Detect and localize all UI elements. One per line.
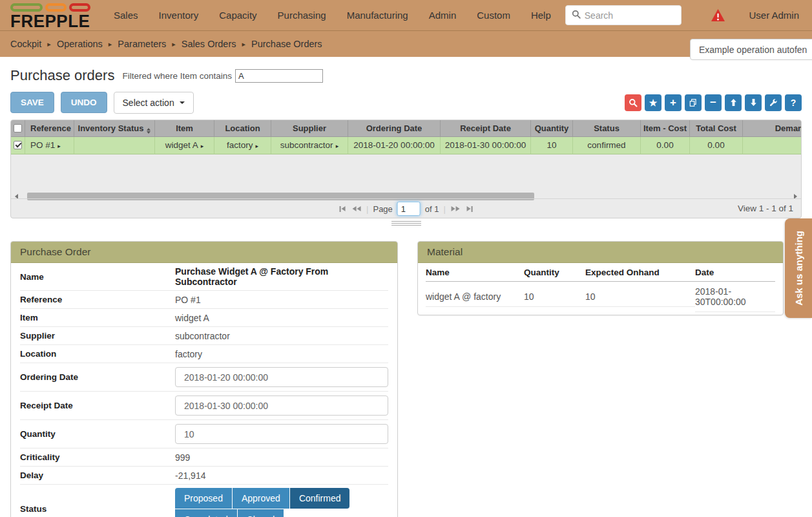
table-row[interactable]: PO #1▸ widget A▸ factory▸ subcontractor▸… <box>11 137 801 154</box>
cell-receipt-date[interactable]: 2018-01-30 00:00:00 <box>441 137 531 154</box>
save-button[interactable]: SAVE <box>10 92 54 113</box>
menu-sales[interactable]: Sales <box>114 10 138 21</box>
download-button[interactable] <box>745 94 762 111</box>
first-page-button[interactable] <box>338 205 346 213</box>
context-menu-arrow-icon[interactable]: ▸ <box>255 143 258 149</box>
field-value-delay: -21,914 <box>175 470 205 481</box>
material-expected-onhand: 10 <box>585 287 695 307</box>
cell-quantity[interactable]: 10 <box>531 137 573 154</box>
material-header-row: Name Quantity Expected Onhand Date <box>426 263 775 282</box>
delete-row-button[interactable]: − <box>705 94 722 111</box>
status-proposed-button[interactable]: Proposed <box>175 488 232 509</box>
breadcrumb-sales-orders[interactable]: Sales Orders <box>182 39 236 49</box>
search-filter-button[interactable] <box>625 94 641 111</box>
context-menu-arrow-icon[interactable]: ▸ <box>201 143 204 149</box>
col-header-reference[interactable]: Reference <box>25 120 74 137</box>
status-approved-button[interactable]: Approved <box>233 488 289 509</box>
material-panel-title: Material <box>418 242 783 263</box>
copy-button[interactable] <box>685 94 702 111</box>
col-header-receipt-date[interactable]: Receipt Date <box>441 120 531 137</box>
menu-capacity[interactable]: Capacity <box>219 10 256 21</box>
menu-admin[interactable]: Admin <box>429 10 457 21</box>
context-menu-arrow-icon[interactable]: ▸ <box>336 143 339 149</box>
tooltip-example-operation: Example operation autofen <box>690 39 812 60</box>
favorites-button[interactable]: ★ <box>645 94 661 111</box>
frepple-logo-shapes-icon <box>10 3 90 12</box>
cell-status[interactable]: confirmed <box>573 137 641 154</box>
global-search-box[interactable] <box>565 5 682 25</box>
col-header-location[interactable]: Location <box>214 120 271 137</box>
last-page-button[interactable] <box>466 205 474 213</box>
purchase-order-panel-title: Purchase Order <box>11 242 397 263</box>
status-confirmed-button[interactable]: Confirmed <box>290 488 350 509</box>
cell-supplier[interactable]: subcontractor▸ <box>271 137 348 154</box>
breadcrumb-arrow-icon: ▸ <box>242 40 245 48</box>
breadcrumb-operations[interactable]: Operations <box>57 39 103 49</box>
warning-icon[interactable] <box>711 8 725 22</box>
breadcrumb: Cockpit ▸ Operations ▸ Parameters ▸ Sale… <box>0 30 812 57</box>
filter-value-input[interactable] <box>235 69 323 83</box>
cell-item[interactable]: widget A▸ <box>155 137 214 154</box>
menu-purchasing[interactable]: Purchasing <box>278 10 326 21</box>
select-all-checkbox[interactable] <box>14 124 22 132</box>
panel-resize-handle[interactable] <box>391 221 421 226</box>
search-input[interactable] <box>585 10 669 21</box>
material-col-name: Name <box>426 263 524 281</box>
status-closed-button[interactable]: Closed <box>238 509 284 517</box>
cell-ordering-date[interactable]: 2018-01-20 00:00:00 <box>348 137 441 154</box>
col-header-status[interactable]: Status <box>573 120 641 137</box>
col-header-demand[interactable]: Demand <box>743 120 801 137</box>
field-value-item: widget A <box>175 313 209 323</box>
prev-page-button[interactable] <box>351 205 362 213</box>
row-checkbox[interactable] <box>14 141 22 149</box>
menu-inventory[interactable]: Inventory <box>159 10 199 21</box>
breadcrumb-cockpit[interactable]: Cockpit <box>10 39 41 49</box>
field-row-supplier: Supplier subcontractor <box>20 327 388 345</box>
page-label: Page <box>373 204 392 214</box>
cell-location[interactable]: factory▸ <box>214 137 271 154</box>
breadcrumb-purchase-orders[interactable]: Purchase Orders <box>251 39 322 49</box>
col-header-total-cost[interactable]: Total Cost <box>690 120 743 137</box>
logo-text: FREPPLE <box>10 12 90 30</box>
page-of-label: of 1 <box>425 204 439 214</box>
cell-total-cost: 0.00 <box>690 137 743 154</box>
ask-tab-label: Ask us anything <box>793 231 804 306</box>
menu-help[interactable]: Help <box>531 10 551 21</box>
field-row-name: Name Purchase Widget A @ Factory From Su… <box>20 263 388 291</box>
cell-inventory-status <box>74 137 155 154</box>
search-icon <box>572 10 581 21</box>
upload-button[interactable] <box>725 94 742 111</box>
field-row-location: Location factory <box>20 345 388 363</box>
col-header-inventory-status[interactable]: Inventory Status <box>74 120 155 137</box>
undo-button[interactable]: UNDO <box>61 92 107 113</box>
menu-manufacturing[interactable]: Manufacturing <box>347 10 408 21</box>
menu-custom[interactable]: Custom <box>477 10 510 21</box>
col-header-quantity[interactable]: Quantity <box>531 120 573 137</box>
help-button[interactable]: ? <box>785 94 802 111</box>
col-header-ordering-date[interactable]: Ordering Date <box>348 120 441 137</box>
breadcrumb-parameters[interactable]: Parameters <box>118 39 166 49</box>
cell-reference[interactable]: PO #1▸ <box>25 137 74 154</box>
ask-us-anything-tab[interactable]: Ask us anything <box>785 218 812 318</box>
filter-description: Filtered where Item contains <box>122 71 232 81</box>
col-header-supplier[interactable]: Supplier <box>271 120 348 137</box>
quantity-input[interactable] <box>175 424 388 444</box>
col-header-item[interactable]: Item <box>155 120 214 137</box>
ordering-date-input[interactable] <box>175 367 388 387</box>
select-action-dropdown[interactable]: Select action <box>114 92 194 114</box>
field-label: Item <box>20 313 175 322</box>
add-row-button[interactable]: + <box>665 94 682 111</box>
next-page-button[interactable] <box>450 205 461 213</box>
field-row-criticality: Criticality 999 <box>20 448 388 467</box>
status-completed-button[interactable]: Completed <box>175 509 237 517</box>
user-menu[interactable]: User Admin <box>749 10 799 21</box>
settings-button[interactable] <box>765 94 782 111</box>
frepple-logo[interactable]: FREPPLE <box>10 1 90 30</box>
receipt-date-input[interactable] <box>175 396 388 416</box>
sort-icon[interactable] <box>147 128 151 134</box>
view-range-info: View 1 - 1 of 1 <box>738 204 793 213</box>
material-col-date: Date <box>695 263 775 281</box>
context-menu-arrow-icon[interactable]: ▸ <box>57 143 61 149</box>
col-header-item-cost[interactable]: Item - Cost <box>641 120 690 137</box>
page-number-input[interactable] <box>397 202 421 216</box>
